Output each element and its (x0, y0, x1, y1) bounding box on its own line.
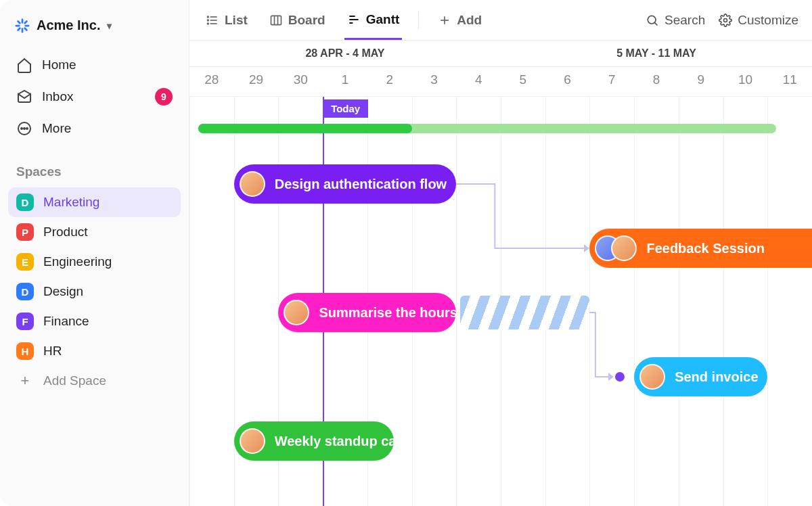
tab-list-label: List (225, 13, 248, 28)
today-label: Today (323, 99, 368, 118)
gear-icon (719, 14, 732, 27)
space-label: HR (43, 344, 62, 359)
task-bar[interactable]: Weekly standup call (234, 421, 394, 461)
customize-label: Customize (738, 13, 798, 28)
sidebar-space-finance[interactable]: FFinance (8, 306, 181, 336)
space-label: Design (43, 284, 83, 299)
day-header-cell: 6 (545, 67, 590, 96)
svg-point-16 (208, 20, 209, 21)
svg-point-9 (21, 128, 22, 129)
svg-point-15 (208, 16, 209, 18)
workspace-switcher[interactable]: Acme Inc. ▾ (8, 12, 181, 39)
day-header-cell: 2 (367, 67, 412, 96)
app-logo-icon (15, 18, 30, 33)
task-label: Send invoice (675, 369, 758, 385)
task-bar[interactable]: Feedback Session (589, 229, 812, 268)
svg-rect-18 (271, 16, 281, 24)
day-header-cell: 8 (634, 67, 679, 96)
svg-point-28 (724, 18, 727, 22)
gantt-chart[interactable]: 28 APR - 4 MAY5 MAY - 11 MAY 28293012345… (189, 41, 812, 506)
tab-gantt[interactable]: Gantt (344, 1, 403, 40)
sidebar-space-design[interactable]: DDesign (8, 277, 181, 306)
task-hatched-extension (460, 296, 589, 329)
space-label: Finance (43, 314, 89, 329)
add-space-button[interactable]: + Add Space (8, 366, 181, 396)
list-icon (206, 14, 219, 27)
svg-point-17 (208, 23, 209, 24)
day-header-cell: 28 (189, 67, 234, 96)
avatar (240, 428, 265, 454)
day-header-cell: 1 (323, 67, 367, 96)
svg-line-27 (654, 22, 657, 25)
task-label: Design authentication flow (275, 177, 447, 192)
sidebar-space-product[interactable]: PProduct (8, 217, 181, 247)
day-header-cell: 10 (723, 67, 768, 96)
grid-line (634, 97, 635, 506)
grid-line (189, 97, 190, 506)
add-view-button[interactable]: Add (435, 2, 484, 39)
svg-line-7 (25, 21, 27, 23)
nav-more-label: More (42, 121, 71, 136)
day-header-cell: 5 (501, 67, 545, 96)
sidebar-space-engineering[interactable]: EEngineering (8, 247, 181, 277)
space-icon: E (16, 253, 34, 271)
inbox-icon (16, 89, 32, 105)
nav-more[interactable]: More (8, 114, 181, 143)
nav-home-label: Home (42, 58, 76, 72)
plus-icon: + (16, 372, 34, 390)
inbox-badge: 9 (155, 88, 173, 106)
topbar-divider (418, 12, 419, 29)
space-label: Marketing (43, 195, 99, 210)
svg-line-6 (18, 28, 20, 30)
sidebar-space-hr[interactable]: HHR (8, 336, 181, 366)
nav-inbox[interactable]: Inbox 9 (8, 82, 181, 112)
search-button[interactable]: Search (646, 13, 705, 28)
week-header-cell: 28 APR - 4 MAY (189, 41, 501, 66)
topbar: List Board Gantt Add (189, 0, 812, 41)
space-label: Product (43, 225, 87, 239)
nav-home[interactable]: Home (8, 51, 181, 79)
space-icon: D (16, 283, 34, 300)
space-icon: D (16, 193, 34, 211)
sidebar-space-marketing[interactable]: DMarketing (8, 187, 181, 217)
svg-point-11 (26, 128, 28, 129)
board-icon (269, 14, 283, 27)
dependency-connector (587, 310, 612, 380)
tab-gantt-label: Gantt (366, 12, 400, 27)
space-icon: P (16, 223, 34, 241)
search-label: Search (664, 13, 705, 28)
day-header-cell: 11 (767, 67, 812, 96)
customize-button[interactable]: Customize (719, 13, 798, 28)
arrowhead-icon (608, 373, 614, 381)
avatar (284, 300, 309, 325)
task-label: Summarise the hours (319, 305, 457, 321)
week-header-cell: 5 MAY - 11 MAY (501, 41, 812, 66)
task-bar[interactable]: Summarise the hours (278, 293, 456, 332)
spaces-heading: Spaces (8, 160, 181, 187)
main-area: List Board Gantt Add (189, 0, 812, 506)
avatar (639, 364, 665, 390)
task-bar[interactable]: Send invoice (634, 357, 767, 396)
sidebar: Acme Inc. ▾ Home Inbox 9 More Spaces DMa… (0, 0, 189, 506)
task-bar[interactable]: Design authentication flow (234, 164, 457, 204)
tab-board[interactable]: Board (267, 2, 328, 39)
task-label: Weekly standup call (275, 434, 404, 449)
day-header-cell: 9 (679, 67, 723, 96)
day-header-cell: 30 (278, 67, 323, 96)
tab-list[interactable]: List (203, 2, 250, 39)
progress-fill (198, 124, 411, 133)
milestone-dot[interactable] (615, 372, 625, 382)
task-label: Feedback Session (646, 241, 765, 256)
add-view-label: Add (457, 13, 482, 28)
svg-point-10 (24, 128, 25, 129)
space-icon: F (16, 313, 34, 330)
day-header-cell: 29 (234, 67, 279, 96)
dependency-connector (453, 181, 588, 251)
chevron-down-icon: ▾ (107, 20, 112, 31)
add-space-label: Add Space (43, 373, 106, 388)
svg-line-4 (18, 21, 20, 23)
more-icon (16, 120, 32, 137)
day-header-cell: 4 (456, 67, 501, 96)
search-icon (646, 14, 659, 27)
grid-line (589, 97, 590, 506)
